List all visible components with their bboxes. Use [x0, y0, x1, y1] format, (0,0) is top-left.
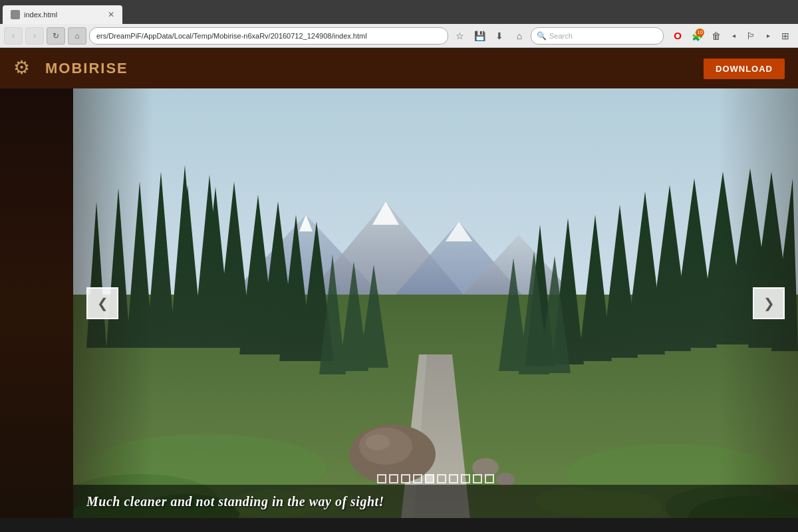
address-bar[interactable]: ers/DreamPiF/AppData/Local/Temp/Mobirise…: [89, 27, 448, 45]
slide-prev-button[interactable]: ❮: [86, 287, 118, 319]
home-icon: ⌂: [74, 31, 79, 41]
indicator-8[interactable]: [461, 474, 470, 483]
search-placeholder: Search: [549, 32, 573, 40]
reload-icon: ↻: [53, 31, 59, 41]
back-button[interactable]: ‹: [4, 27, 23, 45]
app-gear-icon: ⚙: [13, 57, 37, 80]
app-name: MOBIRISE: [45, 60, 128, 77]
indicator-5[interactable]: [425, 474, 434, 483]
indicator-1[interactable]: [377, 474, 386, 483]
reload-button[interactable]: ↻: [47, 27, 65, 45]
search-bar[interactable]: 🔍 Search: [531, 27, 664, 45]
browser-tabs: index.html ✕: [0, 0, 798, 24]
tab-favicon: [11, 10, 20, 19]
slideshow-container: ❮ ❯ Much cleaner and not standing in the…: [73, 88, 798, 518]
indicator-3[interactable]: [401, 474, 410, 483]
download-icon: ⬇: [495, 31, 503, 41]
left-sidebar: [0, 88, 73, 518]
bookmark-button[interactable]: ☆: [451, 27, 468, 45]
overflow-left[interactable]: ◂: [727, 27, 740, 45]
indicator-9[interactable]: [473, 474, 482, 483]
home2-icon: ⌂: [517, 31, 522, 41]
browser-content: ⚙ MOBIRISE DOWNLOAD: [0, 49, 798, 518]
extensions-button[interactable]: 🧩 10: [688, 27, 706, 45]
indicator-6[interactable]: [437, 474, 446, 483]
slide-caption: Much cleaner and not standing in the way…: [73, 485, 798, 518]
svg-point-47: [366, 434, 390, 450]
notification-badge: 10: [696, 29, 704, 37]
url-text: ers/DreamPiF/AppData/Local/Temp/Mobirise…: [96, 32, 441, 40]
indicator-7[interactable]: [449, 474, 458, 483]
grid-icon: ⊞: [781, 31, 789, 41]
bookmark-list-button[interactable]: 🏳: [742, 27, 759, 45]
star-icon: ☆: [456, 31, 464, 41]
save-icon: 💾: [474, 31, 485, 41]
svg-point-49: [496, 473, 515, 486]
toolbar-icons: O 🧩 10 🗑 ◂ 🏳 ▸ ⊞: [669, 27, 794, 45]
save-page-button[interactable]: 💾: [471, 27, 488, 45]
caption-text: Much cleaner and not standing in the way…: [86, 494, 384, 509]
next-icon: ❯: [763, 295, 775, 311]
search-icon: 🔍: [537, 31, 547, 41]
slide-next-button[interactable]: ❯: [753, 287, 785, 319]
back-icon: ‹: [12, 31, 15, 41]
grid-button[interactable]: ⊞: [777, 27, 794, 45]
forward-button[interactable]: ›: [25, 27, 44, 45]
browser-toolbar: ‹ › ↻ ⌂ ers/DreamPiF/AppData/Local/Temp/…: [0, 24, 798, 48]
download-button[interactable]: DOWNLOAD: [704, 59, 785, 79]
tab-close-button[interactable]: ✕: [108, 10, 114, 19]
trash-button[interactable]: 🗑: [708, 27, 725, 45]
home2-button[interactable]: ⌂: [511, 27, 528, 45]
browser-chrome: index.html ✕ ‹ › ↻ ⌂ ers/DreamPiF/AppDat…: [0, 0, 798, 49]
app-header: ⚙ MOBIRISE DOWNLOAD: [0, 49, 798, 88]
download-page-button[interactable]: ⬇: [491, 27, 508, 45]
overflow-right[interactable]: ▸: [761, 27, 775, 45]
indicator-10[interactable]: [485, 474, 494, 483]
home-button[interactable]: ⌂: [68, 27, 86, 45]
slide-indicators: [377, 474, 494, 483]
trash-icon: 🗑: [712, 31, 721, 41]
opera-button[interactable]: O: [669, 27, 686, 45]
bookmark-list-icon: 🏳: [746, 31, 755, 41]
indicator-2[interactable]: [389, 474, 398, 483]
browser-tab-active[interactable]: index.html ✕: [3, 5, 122, 24]
tab-title: index.html: [24, 11, 104, 19]
forward-icon: ›: [33, 31, 36, 41]
app-logo: ⚙ MOBIRISE: [13, 57, 128, 80]
opera-icon: O: [674, 30, 682, 41]
slide-image: [73, 88, 798, 518]
prev-icon: ❮: [97, 295, 108, 311]
indicator-4[interactable]: [413, 474, 422, 483]
